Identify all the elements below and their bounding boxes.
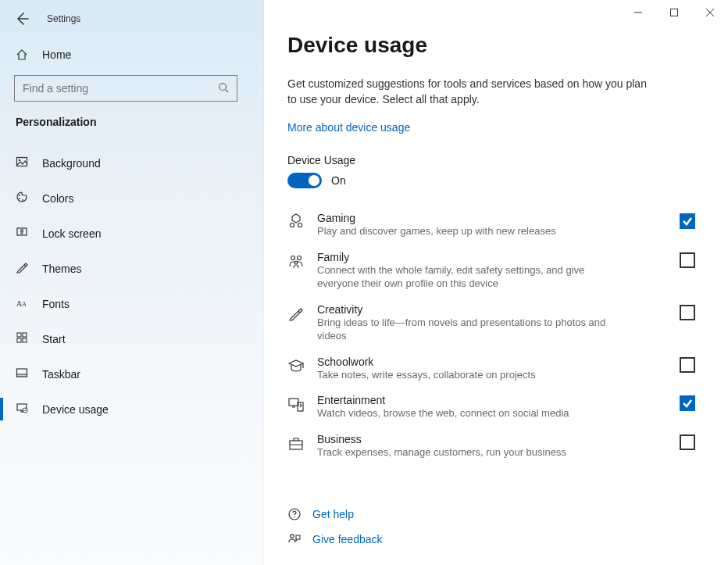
sidebar-item-colors[interactable]: Colors <box>0 181 263 216</box>
usage-title: Entertainment <box>317 394 667 406</box>
window-controls <box>620 0 728 25</box>
svg-point-21 <box>291 256 295 259</box>
main-content: Device usage Get customized suggestions … <box>264 0 728 565</box>
sidebar-home-label: Home <box>42 48 71 61</box>
help-icon <box>287 507 302 521</box>
usage-item-family: FamilyConnect with the whole family, edi… <box>287 245 695 297</box>
titlebar: Settings <box>0 8 263 41</box>
sidebar-item-label: Taskbar <box>42 368 80 381</box>
svg-point-6 <box>22 199 23 201</box>
background-icon <box>16 156 28 170</box>
usage-item-business: BusinessTrack expenses, manage customers… <box>287 427 695 466</box>
usage-checkbox-business[interactable] <box>680 434 695 450</box>
sidebar-item-themes[interactable]: Themes <box>0 251 263 286</box>
sidebar: Settings Home Personalization Background… <box>0 0 264 565</box>
usage-checkbox-gaming[interactable] <box>680 213 695 229</box>
usage-item-creativity: CreativityBring ideas to life—from novel… <box>287 297 695 349</box>
sidebar-item-label: Start <box>42 333 66 345</box>
usage-item-gaming: GamingPlay and discover games, keep up w… <box>287 206 695 245</box>
search-input[interactable] <box>23 82 210 95</box>
usage-checkbox-entertainment[interactable] <box>680 395 695 411</box>
usage-title: Family <box>317 251 667 263</box>
sidebar-item-fonts[interactable]: AAFonts <box>0 286 263 321</box>
lock-screen-icon <box>16 226 28 241</box>
usage-checkbox-schoolwork[interactable] <box>680 357 695 373</box>
usage-title: Creativity <box>317 303 667 316</box>
sidebar-item-label: Colors <box>42 192 73 205</box>
feedback-icon <box>287 532 302 546</box>
svg-point-5 <box>19 198 20 199</box>
usage-desc: Bring ideas to life—from novels and pres… <box>317 316 614 343</box>
sidebar-item-label: Themes <box>42 263 82 275</box>
svg-point-3 <box>19 159 20 161</box>
maximize-button[interactable] <box>656 0 692 25</box>
themes-icon <box>16 261 28 276</box>
svg-rect-11 <box>17 333 21 337</box>
sidebar-item-background[interactable]: Background <box>0 145 263 181</box>
svg-text:A: A <box>22 301 27 308</box>
device-usage-toggle-label: On <box>331 174 346 187</box>
usage-item-entertainment: EntertainmentWatch videos, browse the we… <box>287 388 695 427</box>
start-icon <box>16 331 28 346</box>
svg-point-28 <box>294 516 295 517</box>
sidebar-item-lock-screen[interactable]: Lock screen <box>0 216 263 251</box>
colors-icon <box>16 191 28 206</box>
svg-rect-14 <box>23 338 27 342</box>
home-icon <box>16 48 28 61</box>
sidebar-item-label: Background <box>42 157 101 170</box>
schoolwork-icon <box>287 357 305 374</box>
usage-desc: Connect with the whole family, edit safe… <box>317 263 614 291</box>
svg-point-20 <box>298 223 302 227</box>
usage-item-schoolwork: SchoolworkTake notes, write essays, coll… <box>287 349 695 388</box>
minimize-button[interactable] <box>620 0 656 25</box>
sidebar-home[interactable]: Home <box>0 41 263 69</box>
usage-title: Business <box>317 433 667 445</box>
svg-point-4 <box>19 195 20 196</box>
sidebar-item-label: Fonts <box>42 298 70 310</box>
search-icon <box>218 82 229 95</box>
page-title: Device usage <box>287 33 695 58</box>
svg-point-1 <box>219 83 227 90</box>
fonts-icon: AA <box>16 296 28 311</box>
svg-point-22 <box>298 256 302 259</box>
page-description: Get customized suggestions for tools and… <box>287 77 647 107</box>
footer-links: Get help Give feedback <box>287 502 695 552</box>
search-box[interactable] <box>14 75 237 102</box>
close-button[interactable] <box>692 0 728 25</box>
device-usage-icon <box>16 402 28 417</box>
entertainment-icon <box>287 395 305 413</box>
svg-point-29 <box>291 534 294 537</box>
usage-checkbox-creativity[interactable] <box>680 305 695 320</box>
svg-rect-0 <box>671 9 678 16</box>
svg-rect-24 <box>289 399 298 406</box>
usage-desc: Take notes, write essays, collaborate on… <box>317 368 614 382</box>
usage-desc: Track expenses, manage customers, run yo… <box>317 445 614 460</box>
get-help-link[interactable]: Get help <box>287 502 695 527</box>
give-feedback-link[interactable]: Give feedback <box>287 527 695 552</box>
usage-title: Gaming <box>317 212 667 224</box>
sidebar-item-device-usage[interactable]: Device usage <box>0 392 263 427</box>
sidebar-item-start[interactable]: Start <box>0 321 263 356</box>
gaming-icon <box>287 213 305 231</box>
more-about-link[interactable]: More about device usage <box>287 121 410 134</box>
usage-desc: Play and discover games, keep up with ne… <box>317 224 614 238</box>
svg-rect-8 <box>21 231 23 234</box>
arrow-left-icon <box>14 11 30 27</box>
taskbar-icon <box>16 367 28 381</box>
usage-desc: Watch videos, browse the web, connect on… <box>317 406 614 420</box>
app-title: Settings <box>47 13 80 24</box>
usage-checkbox-family[interactable] <box>680 252 695 268</box>
family-icon <box>287 252 305 270</box>
business-icon <box>287 434 305 452</box>
give-feedback-label: Give feedback <box>312 533 383 545</box>
sidebar-item-taskbar[interactable]: Taskbar <box>0 356 263 392</box>
device-usage-toggle[interactable] <box>287 173 322 188</box>
usage-list: GamingPlay and discover games, keep up w… <box>287 206 695 465</box>
back-button[interactable] <box>14 11 30 27</box>
sidebar-section-title: Personalization <box>0 116 263 141</box>
usage-title: Schoolwork <box>317 356 667 368</box>
svg-point-19 <box>291 223 294 227</box>
creativity-icon <box>287 305 305 322</box>
svg-rect-12 <box>23 333 27 337</box>
svg-rect-13 <box>17 338 21 342</box>
